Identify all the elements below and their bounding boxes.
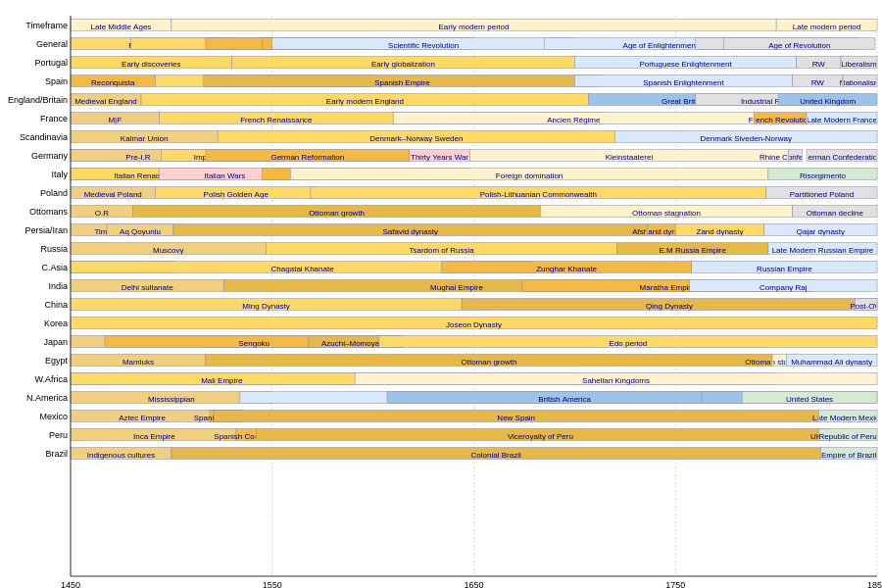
chart-container [0,0,882,588]
